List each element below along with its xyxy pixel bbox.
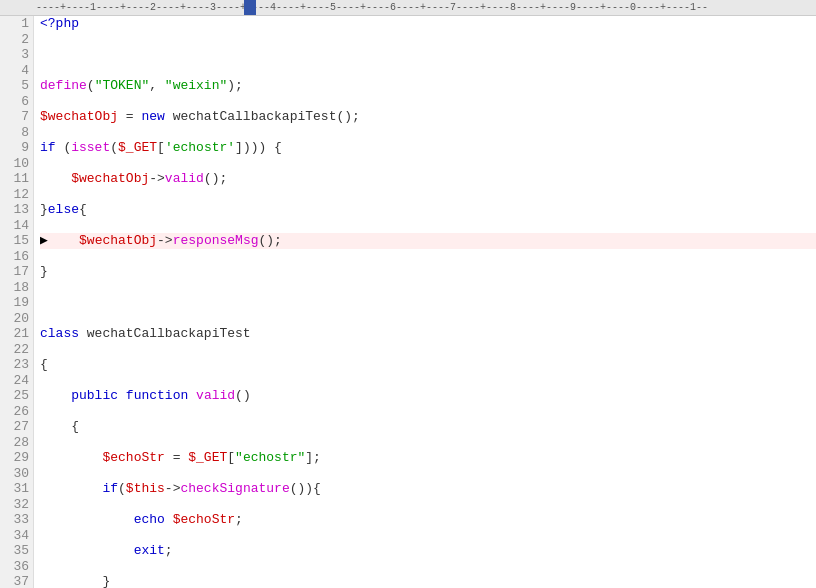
line-num-8: 8 — [0, 125, 29, 141]
code-line-11: class wechatCallbackapiTest — [40, 326, 816, 342]
line-num-6: 6 — [0, 94, 29, 110]
line-num-34: 34 — [0, 528, 29, 544]
code-line-1: <?php — [40, 16, 816, 32]
code-line-6: $wechatObj->valid(); — [40, 171, 816, 187]
code-line-10 — [40, 295, 816, 311]
line-num-35: 35 — [0, 543, 29, 559]
line-num-16: 16 — [0, 249, 29, 265]
code-line-5: if (isset($_GET['echostr']))) { — [40, 140, 816, 156]
ruler: ----+----1----+----2----+----3----+----4… — [0, 0, 816, 16]
line-num-36: 36 — [0, 559, 29, 575]
code-line-12: { — [40, 357, 816, 373]
code-line-7: }else{ — [40, 202, 816, 218]
line-num-11: 11 — [0, 171, 29, 187]
line-num-33: 33 — [0, 512, 29, 528]
code-line-9: } — [40, 264, 816, 280]
line-num-21: 21 — [0, 326, 29, 342]
line-num-30: 30 — [0, 466, 29, 482]
code-line-14: { — [40, 419, 816, 435]
line-numbers: 1 2 3 4 5 6 7 8 9 10 11 12 13 14 15 16 1… — [0, 16, 34, 588]
line-num-2: 2 — [0, 32, 29, 48]
line-num-3: 3 — [0, 47, 29, 63]
code-line-13: public function valid() — [40, 388, 816, 404]
code-line-4: $wechatObj = new wechatCallbackapiTest()… — [40, 109, 816, 125]
editor-container: ----+----1----+----2----+----3----+----4… — [0, 0, 816, 588]
line-num-13: 13 — [0, 202, 29, 218]
line-num-37: 37 — [0, 574, 29, 588]
line-num-5: 5 — [0, 78, 29, 94]
line-num-29: 29 — [0, 450, 29, 466]
line-num-12: 12 — [0, 187, 29, 203]
line-num-32: 32 — [0, 497, 29, 513]
code-line-3: define("TOKEN", "weixin"); — [40, 78, 816, 94]
line-num-26: 26 — [0, 404, 29, 420]
code-content[interactable]: <?php define("TOKEN", "weixin"); $wechat… — [34, 16, 816, 588]
line-num-18: 18 — [0, 280, 29, 296]
code-line-2 — [40, 47, 816, 63]
line-num-14: 14 — [0, 218, 29, 234]
code-area: 1 2 3 4 5 6 7 8 9 10 11 12 13 14 15 16 1… — [0, 16, 816, 588]
code-line-17: echo $echoStr; — [40, 512, 816, 528]
ruler-content: ----+----1----+----2----+----3----+----4… — [0, 2, 708, 13]
line-num-31: 31 — [0, 481, 29, 497]
line-num-1: 1 — [0, 16, 29, 32]
code-line-18: exit; — [40, 543, 816, 559]
line-num-9: 9 — [0, 140, 29, 156]
line-num-10: 10 — [0, 156, 29, 172]
code-line-16: if($this->checkSignature()){ — [40, 481, 816, 497]
line-num-24: 24 — [0, 373, 29, 389]
line-num-28: 28 — [0, 435, 29, 451]
line-num-4: 4 — [0, 63, 29, 79]
line-num-23: 23 — [0, 357, 29, 373]
line-num-20: 20 — [0, 311, 29, 327]
code-line-19: } — [40, 574, 816, 588]
code-line-15: $echoStr = $_GET["echostr"]; — [40, 450, 816, 466]
code-line-8: ▶ $wechatObj->responseMsg(); — [40, 233, 816, 249]
line-num-7: 7 — [0, 109, 29, 125]
ruler-highlight — [244, 0, 256, 15]
line-num-25: 25 — [0, 388, 29, 404]
line-num-17: 17 — [0, 264, 29, 280]
line-num-22: 22 — [0, 342, 29, 358]
line-num-19: 19 — [0, 295, 29, 311]
line-num-15: 15 — [0, 233, 29, 249]
line-num-27: 27 — [0, 419, 29, 435]
